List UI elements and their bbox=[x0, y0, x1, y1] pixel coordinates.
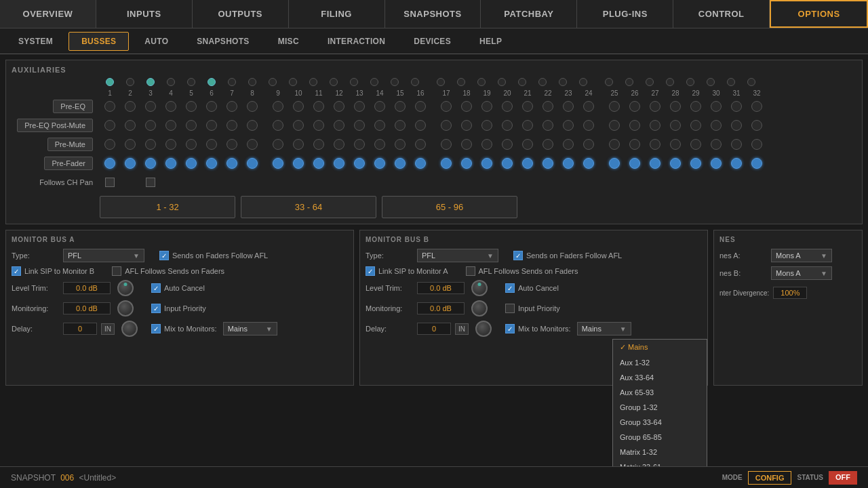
aux-circle-active[interactable] bbox=[165, 158, 176, 169]
dropdown-option-aux-33-64[interactable]: Aux 33-64 bbox=[613, 370, 707, 385]
aux-circle[interactable] bbox=[670, 101, 681, 112]
level-trim-input-b[interactable] bbox=[417, 282, 465, 294]
aux-circle[interactable] bbox=[186, 101, 197, 112]
nav-overview[interactable]: OVERVIEW bbox=[0, 0, 96, 28]
aux-circle-active[interactable] bbox=[247, 158, 258, 169]
aux-circle-active[interactable] bbox=[711, 158, 722, 169]
aux-circle[interactable] bbox=[247, 120, 258, 131]
nav-inputs[interactable]: INPUTS bbox=[96, 0, 193, 28]
aux-circle[interactable] bbox=[354, 120, 365, 131]
aux-circle[interactable] bbox=[522, 120, 533, 131]
aux-circle[interactable] bbox=[293, 139, 304, 150]
range-33-64-button[interactable]: 33 - 64 bbox=[241, 196, 376, 218]
nav-snapshots[interactable]: SNAPSHOTS bbox=[385, 0, 481, 28]
aux-circle[interactable] bbox=[563, 101, 574, 112]
aux-circle[interactable] bbox=[583, 120, 594, 131]
nav-options[interactable]: OPTIONS bbox=[770, 0, 868, 28]
aux-circle[interactable] bbox=[226, 101, 237, 112]
auto-cancel-checkbox-b[interactable]: ✓ bbox=[505, 283, 515, 293]
aux-circle[interactable] bbox=[206, 139, 217, 150]
aux-circle-active[interactable] bbox=[542, 158, 553, 169]
aux-circle[interactable] bbox=[711, 101, 722, 112]
aux-circle[interactable] bbox=[293, 120, 304, 131]
aux-circle[interactable] bbox=[670, 139, 681, 150]
aux-circle-active[interactable] bbox=[293, 158, 304, 169]
auto-cancel-checkbox-a[interactable]: ✓ bbox=[151, 283, 161, 293]
aux-circle[interactable] bbox=[395, 101, 406, 112]
aux-circle[interactable] bbox=[609, 101, 620, 112]
aux-circle[interactable] bbox=[629, 139, 640, 150]
aux-circle[interactable] bbox=[583, 101, 594, 112]
nav-control[interactable]: CONTROL bbox=[673, 0, 770, 28]
aux-circle[interactable] bbox=[731, 120, 742, 131]
aux-circle[interactable] bbox=[481, 101, 492, 112]
aux-circle-active[interactable] bbox=[690, 158, 701, 169]
pre-mute-button[interactable]: Pre-Mute bbox=[47, 138, 93, 151]
aux-circle[interactable] bbox=[690, 139, 701, 150]
delay-knob-b[interactable] bbox=[475, 321, 492, 337]
aux-circle[interactable] bbox=[313, 101, 324, 112]
aux-circle[interactable] bbox=[273, 120, 283, 131]
aux-circle[interactable] bbox=[247, 139, 258, 150]
aux-circle[interactable] bbox=[186, 139, 197, 150]
bus-b-type-dropdown[interactable]: PFL ▼ bbox=[417, 249, 498, 262]
aux-circle[interactable] bbox=[711, 139, 722, 150]
subnav-devices[interactable]: DEVICES bbox=[401, 32, 464, 51]
aux-circle[interactable] bbox=[247, 101, 258, 112]
aux-circle[interactable] bbox=[670, 120, 681, 131]
aux-circle[interactable] bbox=[461, 101, 472, 112]
aux-circle-active[interactable] bbox=[670, 158, 681, 169]
aux-circle[interactable] bbox=[145, 120, 156, 131]
aux-circle[interactable] bbox=[690, 120, 701, 131]
aux-circle-active[interactable] bbox=[609, 158, 620, 169]
subnav-snapshots[interactable]: SNAPSHOTS bbox=[184, 32, 262, 51]
aux-circle[interactable] bbox=[334, 139, 344, 150]
aux-circle[interactable] bbox=[481, 139, 492, 150]
aux-circle[interactable] bbox=[334, 101, 344, 112]
dropdown-option-matrix-1-32[interactable]: Matrix 1-32 bbox=[613, 445, 707, 460]
aux-circle-active[interactable] bbox=[563, 158, 574, 169]
aux-circle[interactable] bbox=[374, 139, 385, 150]
lines-b-dropdown[interactable]: Mons A ▼ bbox=[771, 266, 832, 280]
aux-circle[interactable] bbox=[502, 101, 513, 112]
aux-circle-active[interactable] bbox=[441, 158, 452, 169]
aux-circle[interactable] bbox=[395, 139, 406, 150]
aux-circle-active[interactable] bbox=[415, 158, 426, 169]
aux-circle[interactable] bbox=[226, 120, 237, 131]
aux-circle[interactable] bbox=[165, 139, 176, 150]
aux-circle-active[interactable] bbox=[186, 158, 197, 169]
range-65-96-button[interactable]: 65 - 96 bbox=[382, 196, 517, 218]
mix-monitors-checkbox-b[interactable]: ✓ bbox=[505, 324, 515, 333]
aux-circle[interactable] bbox=[542, 120, 553, 131]
aux-circle-active[interactable] bbox=[354, 158, 365, 169]
dropdown-option-group-65-85[interactable]: Group 65-85 bbox=[613, 430, 707, 445]
dropdown-option-matrix-33-61[interactable]: Matrix 33-61 bbox=[613, 460, 707, 466]
nav-outputs[interactable]: OUTPUTS bbox=[193, 0, 289, 28]
delay-knob-a[interactable] bbox=[121, 321, 138, 337]
mix-monitors-dropdown-b[interactable]: Mains ▼ bbox=[577, 322, 631, 336]
aux-circle[interactable] bbox=[415, 120, 426, 131]
aux-circle[interactable] bbox=[125, 101, 136, 112]
aux-circle[interactable] bbox=[374, 120, 385, 131]
aux-circle[interactable] bbox=[542, 101, 553, 112]
afl-follows-checkbox-a[interactable] bbox=[112, 266, 121, 276]
aux-circle-active[interactable] bbox=[374, 158, 385, 169]
aux-circle[interactable] bbox=[563, 120, 574, 131]
pre-eq-button[interactable]: Pre-EQ bbox=[53, 100, 93, 113]
sends-faders-checkbox-a[interactable]: ✓ bbox=[159, 251, 169, 260]
aux-circle[interactable] bbox=[563, 139, 574, 150]
afl-follows-checkbox-b[interactable] bbox=[466, 266, 475, 276]
input-priority-checkbox-a[interactable]: ✓ bbox=[151, 304, 161, 313]
aux-circle[interactable] bbox=[441, 139, 452, 150]
aux-circle[interactable] bbox=[273, 101, 283, 112]
aux-checkbox-3[interactable] bbox=[146, 178, 155, 187]
divergence-input[interactable] bbox=[773, 287, 807, 299]
aux-circle-active[interactable] bbox=[104, 158, 115, 169]
aux-circle[interactable] bbox=[731, 139, 742, 150]
bus-a-type-dropdown[interactable]: PFL ▼ bbox=[63, 249, 144, 262]
aux-circle-active[interactable] bbox=[583, 158, 594, 169]
range-1-32-button[interactable]: 1 - 32 bbox=[100, 196, 235, 218]
input-priority-checkbox-b[interactable] bbox=[505, 304, 515, 313]
aux-circle-active[interactable] bbox=[226, 158, 237, 169]
config-mode-box[interactable]: CONFIG bbox=[748, 471, 792, 485]
